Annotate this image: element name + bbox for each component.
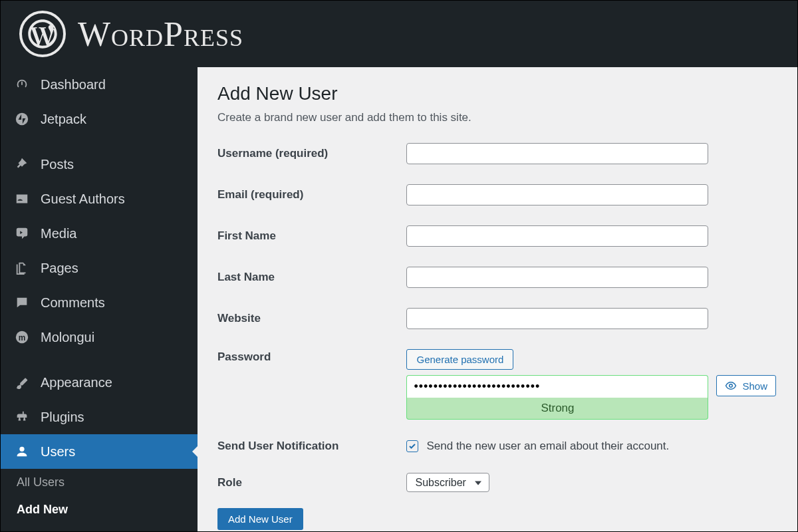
- pages-icon: [14, 260, 30, 276]
- sidebar-item-jetpack[interactable]: Jetpack: [1, 102, 198, 136]
- show-password-button[interactable]: Show: [716, 375, 776, 396]
- sidebar-item-label: Users: [41, 444, 75, 460]
- sidebar-item-label: Molongui: [41, 330, 94, 345]
- sidebar-item-label: Jetpack: [41, 112, 86, 127]
- password-input[interactable]: [406, 375, 708, 398]
- password-strength-indicator: Strong: [406, 398, 708, 420]
- check-icon: [408, 442, 416, 450]
- main-content: Add New User Create a brand new user and…: [198, 67, 797, 532]
- firstname-input[interactable]: [406, 225, 708, 247]
- plugin-icon: [14, 409, 30, 425]
- sidebar-item-posts[interactable]: Posts: [1, 147, 198, 182]
- email-input[interactable]: [406, 184, 708, 205]
- role-label: Role: [217, 473, 406, 492]
- notification-label: Send User Notification: [217, 440, 406, 473]
- page-title: Add New User: [217, 83, 776, 104]
- svg-point-0: [16, 113, 28, 125]
- submenu-item-profile[interactable]: Profile: [1, 523, 198, 532]
- brush-icon: [14, 374, 30, 390]
- users-submenu: All Users Add New Profile: [1, 469, 198, 532]
- svg-text:m: m: [19, 333, 26, 342]
- firstname-label: First Name: [217, 225, 406, 267]
- sidebar-item-plugins[interactable]: Plugins: [1, 400, 198, 434]
- show-button-text: Show: [742, 380, 767, 392]
- username-label: Username (required): [217, 143, 406, 184]
- sidebar-item-users[interactable]: Users: [1, 434, 198, 469]
- submenu-item-all-users[interactable]: All Users: [1, 469, 198, 496]
- username-input[interactable]: [406, 143, 708, 164]
- admin-sidebar: Dashboard Jetpack Posts Guest Authors Me…: [1, 67, 198, 532]
- svg-point-3: [730, 384, 733, 388]
- generate-password-button[interactable]: Generate password: [406, 349, 513, 370]
- sidebar-item-label: Dashboard: [41, 77, 106, 92]
- add-new-user-button[interactable]: Add New User: [217, 508, 303, 530]
- brand: WordPress: [19, 11, 243, 57]
- sidebar-item-label: Appearance: [41, 375, 112, 390]
- sidebar-item-label: Pages: [41, 261, 78, 276]
- sidebar-item-label: Posts: [41, 157, 74, 172]
- sidebar-item-guest-authors[interactable]: Guest Authors: [1, 182, 198, 216]
- dashboard-icon: [14, 76, 30, 92]
- user-icon: [14, 444, 30, 460]
- comment-icon: [14, 295, 30, 311]
- send-notification-checkbox[interactable]: [406, 440, 418, 452]
- topbar: WordPress: [1, 1, 797, 67]
- website-input[interactable]: [406, 308, 708, 329]
- lastname-input[interactable]: [406, 267, 708, 288]
- sidebar-item-label: Comments: [41, 295, 105, 311]
- page-description: Create a brand new user and add them to …: [217, 111, 776, 124]
- id-card-icon: [14, 191, 30, 207]
- password-label: Password: [217, 349, 406, 440]
- sidebar-item-media[interactable]: Media: [1, 216, 198, 251]
- media-icon: [14, 225, 30, 241]
- sidebar-item-label: Guest Authors: [41, 192, 125, 207]
- wordpress-logo-icon: [19, 11, 66, 57]
- lastname-label: Last Name: [217, 267, 406, 308]
- sidebar-item-pages[interactable]: Pages: [1, 251, 198, 285]
- notification-checkbox-label: Send the new user an email about their a…: [426, 440, 669, 453]
- submenu-item-add-new[interactable]: Add New: [1, 496, 198, 523]
- pin-icon: [14, 156, 30, 172]
- jetpack-icon: [14, 111, 30, 127]
- sidebar-item-label: Plugins: [41, 410, 84, 425]
- sidebar-item-molongui[interactable]: m Molongui: [1, 320, 198, 354]
- sidebar-item-appearance[interactable]: Appearance: [1, 365, 198, 400]
- sidebar-item-dashboard[interactable]: Dashboard: [1, 67, 198, 102]
- eye-icon: [725, 380, 737, 392]
- brand-text: WordPress: [78, 15, 243, 54]
- molongui-icon: m: [14, 329, 30, 345]
- sidebar-item-comments[interactable]: Comments: [1, 285, 198, 320]
- sidebar-item-label: Media: [41, 226, 76, 241]
- website-label: Website: [217, 308, 406, 349]
- role-select[interactable]: Subscriber: [406, 473, 489, 492]
- email-label: Email (required): [217, 184, 406, 225]
